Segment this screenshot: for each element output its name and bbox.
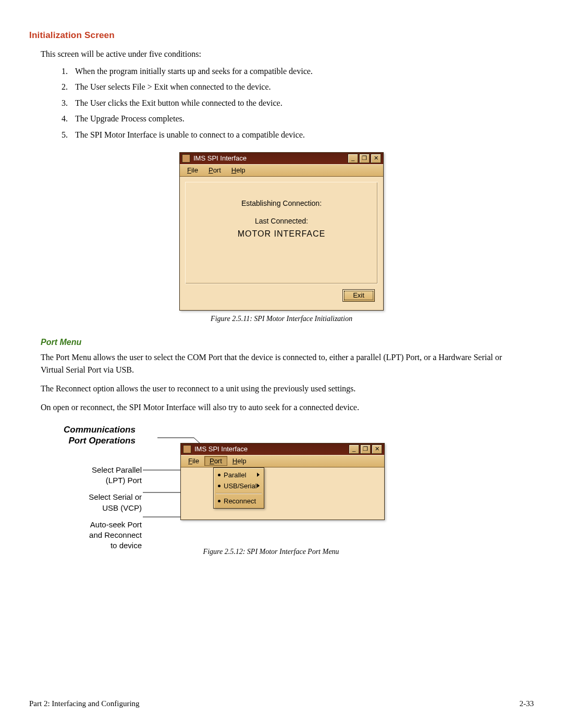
bullet-icon: [218, 474, 221, 476]
condition-item: The User clicks the Exit button while co…: [70, 95, 534, 111]
paragraph: The Port Menu allows the user to select …: [41, 351, 522, 376]
section-heading: Initialization Screen: [29, 30, 534, 41]
port-option-parallel[interactable]: Parallel: [214, 470, 264, 480]
close-button[interactable]: ✕: [372, 445, 382, 454]
menu-file[interactable]: File: [183, 456, 204, 466]
minimize-button[interactable]: _: [348, 154, 358, 163]
condition-item: When the program initially starts up and…: [70, 64, 534, 79]
app-icon: [182, 154, 190, 163]
app-icon: [183, 445, 191, 453]
footer-left: Part 2: Interfacing and Configuring: [29, 699, 140, 708]
exit-button[interactable]: Exit: [342, 289, 375, 302]
titlebar[interactable]: IMS SPI Interface _ ❐ ✕: [181, 443, 384, 455]
subsection-heading: Port Menu: [41, 338, 534, 347]
window-title: IMS SPI Interface: [193, 154, 348, 162]
menu-help[interactable]: Help: [226, 165, 251, 175]
paragraph: The Reconnect option allows the user to …: [41, 382, 522, 395]
menubar: File Port Help: [181, 455, 384, 467]
callout-parallel: Select Parallel (LPT) Port: [73, 465, 142, 486]
condition-item: The Upgrade Process completes.: [70, 111, 534, 127]
port-dropdown: Parallel USB/Serial Reconnect: [213, 467, 264, 509]
submenu-arrow-icon: [257, 484, 260, 488]
menu-help-label: elp: [236, 166, 245, 174]
status-line-1: Establishing Connection:: [186, 199, 377, 207]
bullet-icon: [218, 500, 221, 502]
menu-port[interactable]: Port: [204, 456, 227, 466]
minimize-button[interactable]: _: [349, 445, 359, 454]
close-button[interactable]: ✕: [371, 154, 381, 163]
menu-file-label: ile: [192, 457, 199, 465]
callout-title: Communications Port Operations: [64, 424, 136, 447]
submenu-arrow-icon: [257, 473, 260, 477]
condition-item: The User selects File > Exit when connec…: [70, 79, 534, 95]
menu-port-label: ort: [214, 457, 222, 465]
port-option-usbserial[interactable]: USB/Serial: [214, 480, 264, 491]
intro-text: This screen will be active under five co…: [41, 48, 534, 60]
menu-file[interactable]: File: [182, 165, 203, 175]
callout-reconnect: Auto-seek Port and Reconnect to device: [73, 520, 142, 551]
init-window: IMS SPI Interface _ ❐ ✕ File Port Help E…: [179, 152, 384, 311]
page-footer: Part 2: Interfacing and Configuring 2-33: [29, 699, 534, 708]
footer-right: 2-33: [520, 699, 534, 708]
menu-port-label: ort: [213, 166, 221, 174]
menubar: File Port Help: [180, 164, 383, 177]
figure-caption-1: Figure 2.5.11: SPI Motor Interface Initi…: [29, 315, 534, 323]
condition-item: The SPI Motor Interface is unable to con…: [70, 127, 534, 143]
paragraph: On open or reconnect, the SPI Motor Inte…: [41, 401, 522, 414]
menu-port[interactable]: Port: [203, 165, 226, 175]
maximize-button[interactable]: ❐: [359, 154, 370, 163]
window-title: IMS SPI Interface: [194, 445, 349, 453]
figure-2: Communications Port Operations Select Pa…: [60, 427, 534, 545]
menu-file-label: ile: [191, 166, 198, 174]
bullet-icon: [218, 485, 221, 487]
conditions-list: When the program initially starts up and…: [70, 64, 534, 143]
status-panel: Establishing Connection: Last Connected:…: [185, 182, 378, 284]
status-line-2: Last Connected:: [186, 217, 377, 225]
menu-help[interactable]: Help: [227, 456, 252, 466]
menu-help-label: elp: [237, 457, 246, 465]
titlebar[interactable]: IMS SPI Interface _ ❐ ✕: [180, 153, 383, 164]
status-line-3: MOTOR INTERFACE: [186, 229, 377, 239]
port-menu-window: IMS SPI Interface _ ❐ ✕ File Port Help P…: [180, 443, 385, 520]
maximize-button[interactable]: ❐: [360, 445, 371, 454]
callout-serial: Select Serial or USB (VCP): [73, 492, 142, 513]
port-option-reconnect[interactable]: Reconnect: [214, 496, 264, 507]
menu-separator: [216, 493, 262, 494]
